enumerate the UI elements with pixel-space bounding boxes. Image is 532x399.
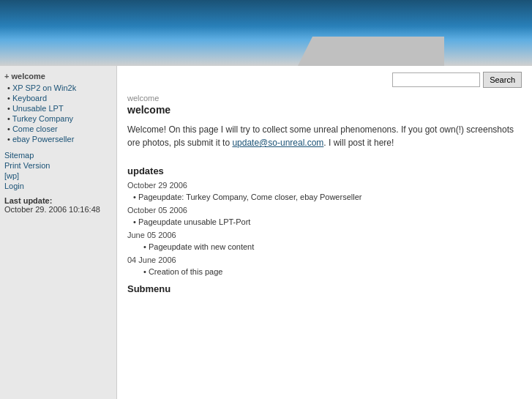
sitemap-link[interactable]: Sitemap xyxy=(4,151,112,160)
print-version-link[interactable]: Print Version xyxy=(4,161,112,170)
sidebar-links: Sitemap Print Version [wp] Login xyxy=(4,151,112,190)
update-date: June 05 2006 xyxy=(127,231,522,239)
sidebar-section-title: welcome xyxy=(4,72,112,81)
search-button[interactable]: Search xyxy=(483,72,522,88)
update-entry: Pageupdate unusable LPT-Port xyxy=(133,217,522,226)
sidebar: welcome XP SP2 on Win2k Keyboard Unusabl… xyxy=(0,66,117,399)
update-date: October 05 2006 xyxy=(127,206,522,215)
welcome-text: Welcome! On this page I will try to coll… xyxy=(127,123,522,149)
search-input[interactable] xyxy=(392,72,480,87)
list-item[interactable]: ebay Powerseller xyxy=(7,135,112,143)
list-item[interactable]: Unusable LPT xyxy=(7,104,112,113)
sidebar-item-lpt[interactable]: Unusable LPT xyxy=(12,104,64,113)
list-item[interactable]: Keyboard xyxy=(7,94,112,102)
update-entry-sub: Creation of this page xyxy=(143,267,522,276)
email-link[interactable]: update@so-unreal.com xyxy=(232,138,323,148)
sidebar-item-ebay[interactable]: ebay Powerseller xyxy=(12,135,74,143)
updates-title: updates xyxy=(127,160,522,176)
login-link[interactable]: Login xyxy=(4,182,112,190)
page-title: welcome xyxy=(127,104,522,116)
update-entry-sub: Pageupdate with new content xyxy=(143,242,522,251)
sidebar-item-turkey[interactable]: Turkey Company xyxy=(12,114,73,123)
update-entry: Pageupdate: Turkey Company, Come closer,… xyxy=(133,193,522,201)
update-date: October 29 2006 xyxy=(127,181,522,190)
sidebar-item-xp[interactable]: XP SP2 on Win2k xyxy=(12,83,76,92)
last-update: Last update: October 29. 2006 10:16:48 xyxy=(4,196,112,214)
submenu-title: Submenu xyxy=(127,283,522,294)
list-item[interactable]: Come closer xyxy=(7,124,112,133)
sidebar-item-closer[interactable]: Come closer xyxy=(12,124,58,133)
sidebar-nav: XP SP2 on Win2k Keyboard Unusable LPT Tu… xyxy=(4,83,112,143)
breadcrumb: welcome xyxy=(127,94,522,102)
search-bar: Search xyxy=(127,72,522,88)
list-item[interactable]: XP SP2 on Win2k xyxy=(7,83,112,92)
sidebar-item-keyboard[interactable]: Keyboard xyxy=(12,94,47,102)
content-area: Search welcome welcome Welcome! On this … xyxy=(117,66,532,399)
update-date: 04 June 2006 xyxy=(127,256,522,264)
wp-link[interactable]: [wp] xyxy=(4,171,112,180)
header xyxy=(0,0,532,66)
list-item[interactable]: Turkey Company xyxy=(7,114,112,123)
